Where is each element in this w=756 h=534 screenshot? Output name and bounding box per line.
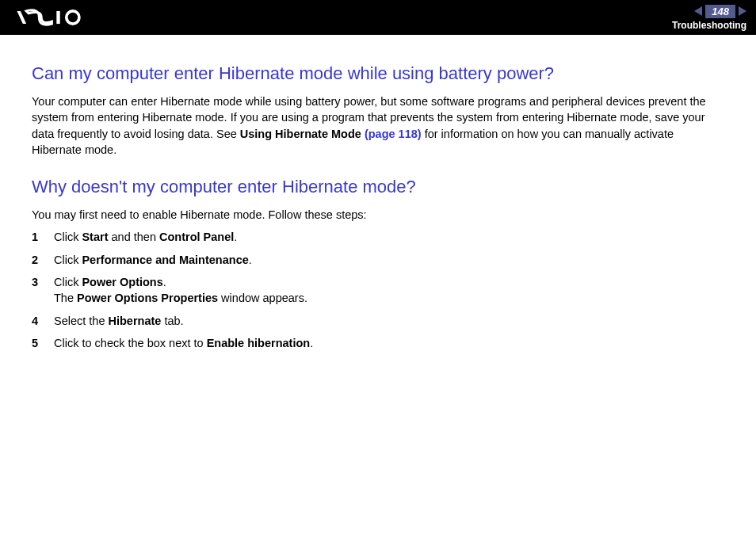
step-item: 5 Click to check the box next to Enable … [32, 335, 724, 351]
step-item: 1 Click Start and then Control Panel. [32, 229, 724, 245]
step-item: 3 Click Power Options.The Power Options … [32, 274, 724, 307]
page-content: Can my computer enter Hibernate mode whi… [0, 35, 756, 351]
step-item: 2 Click Performance and Maintenance. [32, 252, 724, 268]
step-number: 2 [32, 252, 54, 268]
step-text: Click Performance and Maintenance. [54, 252, 724, 268]
page-nav: 148 [694, 5, 746, 18]
step-text: Click Start and then Control Panel. [54, 229, 724, 245]
svg-rect-0 [56, 11, 59, 24]
q1-link-text: Using Hibernate Mode [240, 128, 365, 140]
step-text: Click to check the box next to Enable hi… [54, 335, 724, 351]
step-item: 4 Select the Hibernate tab. [32, 313, 724, 329]
section-label: Troubleshooting [672, 20, 746, 31]
step-number: 1 [32, 229, 54, 245]
svg-point-1 [67, 11, 79, 24]
next-page-arrow-icon[interactable] [739, 6, 746, 16]
step-number: 5 [32, 335, 54, 351]
q1-page-link[interactable]: (page 118) [365, 128, 422, 140]
step-number: 3 [32, 274, 54, 307]
step-text: Select the Hibernate tab. [54, 313, 724, 329]
step-text: Click Power Options.The Power Options Pr… [54, 274, 724, 307]
question-2-heading: Why doesn't my computer enter Hibernate … [32, 177, 724, 197]
question-1-body: Your computer can enter Hibernate mode w… [32, 93, 724, 158]
question-2-intro: You may first need to enable Hibernate m… [32, 207, 724, 223]
page-number: 148 [705, 5, 735, 18]
header-bar: 148 Troubleshooting [0, 0, 756, 35]
prev-page-arrow-icon[interactable] [694, 6, 702, 16]
steps-list: 1 Click Start and then Control Panel. 2 … [32, 229, 724, 351]
step-number: 4 [32, 313, 54, 329]
header-right: 148 Troubleshooting [672, 5, 746, 31]
vaio-logo [16, 9, 97, 26]
question-1-heading: Can my computer enter Hibernate mode whi… [32, 63, 724, 84]
